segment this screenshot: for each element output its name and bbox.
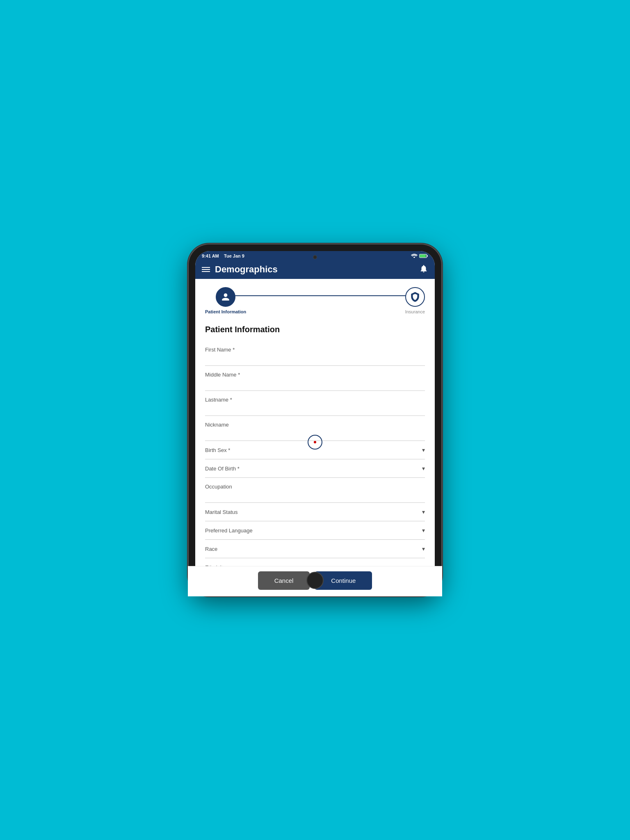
marital-status-field[interactable]: Marital Status ▾ (205, 503, 425, 521)
marital-status-label: Marital Status (205, 509, 237, 515)
nav-left: Demographics (202, 264, 278, 275)
step-circle-insurance (405, 287, 425, 307)
section-title: Patient Information (205, 325, 425, 334)
step-patient-info[interactable]: Patient Information (205, 287, 246, 314)
device-frame: 9:41 AM Tue Jan 9 (188, 244, 442, 596)
bell-icon[interactable] (419, 264, 428, 275)
page-title: Demographics (215, 264, 278, 275)
nickname-field: Nickname (205, 416, 425, 441)
cancel-button[interactable]: Cancel (258, 571, 310, 589)
step-label-patient-info: Patient Information (205, 309, 246, 314)
marital-status-dropdown-arrow: ▾ (422, 509, 425, 515)
status-time: 9:41 AM (202, 253, 219, 258)
date-of-birth-field[interactable]: Date Of Birth * ▾ (205, 459, 425, 478)
middle-name-input[interactable] (205, 379, 425, 390)
step-insurance[interactable]: Insurance (405, 287, 425, 314)
middle-name-field: Middle Name * (205, 366, 425, 391)
date-of-birth-label: Date Of Birth * (205, 466, 240, 472)
race-label: Race (205, 546, 217, 552)
occupation-label: Occupation (205, 478, 425, 491)
first-name-label: First Name * (205, 341, 425, 354)
nickname-input[interactable] (205, 429, 425, 441)
step-circle-patient-info (216, 287, 235, 307)
lastname-label: Lastname * (205, 391, 425, 404)
content-area: Patient Information Insurance Patient In… (195, 279, 435, 589)
step-label-insurance: Insurance (405, 309, 425, 314)
preferred-language-dropdown-arrow: ▾ (422, 527, 425, 534)
birth-sex-select[interactable]: Birth Sex * ▾ (205, 441, 425, 459)
stepper-line (220, 295, 410, 296)
lastname-field: Lastname * (205, 391, 425, 416)
nickname-label: Nickname (205, 416, 425, 429)
race-field[interactable]: Race ▾ (205, 540, 425, 558)
birth-sex-field[interactable]: Birth Sex * ▾ (205, 441, 425, 459)
race-dropdown-arrow: ▾ (422, 546, 425, 552)
occupation-input[interactable] (205, 491, 425, 502)
progress-stepper: Patient Information Insurance (195, 279, 435, 318)
form-container: Patient Information First Name * Middle … (195, 318, 435, 589)
birth-sex-dropdown-arrow: ▾ (422, 447, 425, 453)
preferred-language-label: Preferred Language (205, 527, 253, 534)
first-name-field: First Name * (205, 341, 425, 366)
device-home-button[interactable] (306, 572, 324, 589)
first-name-input[interactable] (205, 354, 425, 365)
battery-icon (419, 253, 428, 258)
occupation-field: Occupation (205, 478, 425, 503)
nav-header: Demographics (195, 260, 435, 279)
birth-sex-label: Birth Sex * (205, 447, 230, 453)
preferred-language-field[interactable]: Preferred Language ▾ (205, 521, 425, 540)
screen: 9:41 AM Tue Jan 9 (195, 251, 435, 589)
svg-rect-2 (420, 255, 426, 258)
status-date: Tue Jan 9 (224, 253, 244, 258)
date-of-birth-dropdown-arrow: ▾ (422, 465, 425, 472)
status-icons (411, 253, 428, 258)
wifi-icon (411, 253, 418, 258)
hamburger-button[interactable] (202, 267, 210, 272)
status-time-date: 9:41 AM Tue Jan 9 (202, 253, 244, 258)
svg-rect-1 (427, 255, 428, 257)
device-camera (313, 255, 317, 259)
middle-name-label: Middle Name * (205, 366, 425, 379)
lastname-input[interactable] (205, 404, 425, 415)
